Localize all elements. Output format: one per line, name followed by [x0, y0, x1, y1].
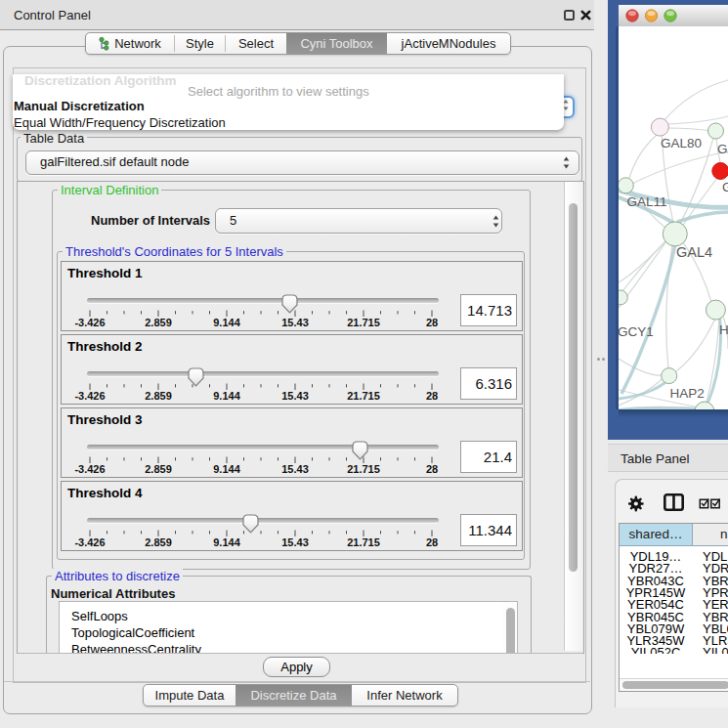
svg-text:GAL11: GAL11	[627, 194, 667, 209]
svg-text:GAL80: GAL80	[661, 136, 702, 150]
svg-text:GAL4: GAL4	[676, 244, 712, 260]
svg-text:H: H	[719, 322, 728, 337]
svg-text:GA: GA	[717, 142, 728, 156]
svg-text:GCY1: GCY1	[619, 324, 654, 339]
svg-text:G: G	[722, 180, 728, 194]
svg-text:HAP2: HAP2	[670, 386, 705, 401]
